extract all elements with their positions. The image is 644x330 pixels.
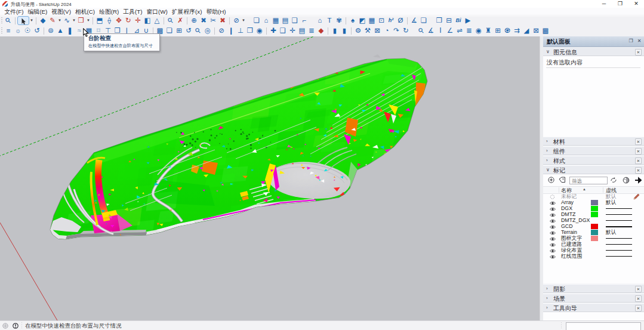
view-top-button[interactable]: ▦	[271, 16, 281, 26]
view-back-button[interactable]: ⌐	[300, 16, 309, 26]
tag-dash-style[interactable]	[606, 214, 632, 215]
menu-camera[interactable]: 相机(C)	[73, 8, 97, 16]
slope-tool[interactable]: ∠	[445, 26, 455, 36]
pan-tool[interactable]: ✖	[199, 16, 208, 26]
bim-tool[interactable]: Bi	[454, 16, 463, 26]
tag-row[interactable]: DMTZ_DGX	[543, 218, 644, 224]
eraser-tool[interactable]: ◆	[38, 16, 48, 26]
materials-close-icon[interactable]: ✕	[635, 138, 642, 145]
claim-credit-icon[interactable]	[13, 323, 19, 329]
equalizer-tool[interactable]: ≣	[307, 26, 316, 36]
tag-dash-style[interactable]	[606, 244, 632, 245]
gear-tool[interactable]: ⚙	[353, 26, 363, 36]
menu-edit[interactable]: 编辑(E)	[26, 8, 50, 16]
line-dropdown[interactable]: ▼	[57, 16, 62, 26]
model-viewport[interactable]	[0, 36, 540, 320]
previous-view-tool[interactable]: ✖	[218, 16, 227, 26]
protractor-tool[interactable]: △	[152, 16, 162, 26]
terrain-slope-tool[interactable]: ◢	[522, 26, 531, 36]
minimize-button[interactable]: ─	[597, 0, 611, 7]
entity-info-close-icon[interactable]: ✕	[635, 49, 642, 55]
select-boundary-tool[interactable]: ↺	[32, 26, 42, 36]
curve-h2-tool[interactable]: h²	[386, 16, 396, 26]
transfer-tool[interactable]: ❐	[245, 26, 255, 36]
measurement-input[interactable]	[566, 322, 641, 330]
rotate-tool[interactable]: ↻	[124, 16, 133, 26]
menu-help[interactable]: 帮助(H)	[204, 8, 228, 16]
instructor-close-icon[interactable]: ✕	[635, 305, 642, 312]
tag-color-swatch[interactable]	[591, 206, 598, 211]
instructor-section-header[interactable]: ›工具向导✕	[543, 303, 644, 312]
tag-dash-style[interactable]	[606, 208, 632, 209]
menu-draw[interactable]: 绘图(R)	[97, 8, 121, 16]
menu-view[interactable]: 视图(V)	[50, 8, 73, 16]
screen-tool[interactable]: ❏	[165, 26, 174, 36]
cloud-up-tool[interactable]: ↷	[392, 26, 401, 36]
trash-can-tool[interactable]: ♼	[503, 26, 512, 36]
tag-dash-style[interactable]	[606, 256, 632, 257]
geolocation-icon[interactable]	[2, 323, 8, 329]
styles-close-icon[interactable]: ✕	[635, 158, 642, 164]
tag-dash-style[interactable]	[606, 250, 632, 251]
components-close-icon[interactable]: ✕	[635, 148, 642, 155]
tag-dash-style[interactable]	[606, 220, 632, 221]
view-iso-button[interactable]: ⌂	[261, 16, 271, 26]
add-wall-tool[interactable]: ✚	[269, 26, 278, 36]
menu-extensions[interactable]: 扩展程序(x)	[170, 8, 204, 16]
fence-tool[interactable]: ❙	[226, 26, 236, 36]
tray-dock-button[interactable]: ❐	[627, 38, 634, 45]
tree-component-button[interactable]: ♠	[348, 16, 358, 26]
screen-arrow-tool[interactable]: ⊠	[531, 26, 541, 36]
offset-tool[interactable]: ◧	[143, 16, 152, 26]
trash-red-tool[interactable]: ◆	[316, 26, 326, 36]
view-front-button[interactable]: ▤	[281, 16, 290, 26]
tag-color-swatch[interactable]	[591, 236, 598, 241]
attach-tool[interactable]: ⊞	[174, 26, 184, 36]
entity-info-section-header[interactable]: ∨图元信息✕	[543, 47, 644, 56]
move-tool[interactable]: ✛	[133, 16, 143, 26]
select-tool[interactable]	[17, 16, 29, 25]
walk-tool[interactable]: ∡	[409, 16, 419, 26]
select-dropdown[interactable]: ▼	[29, 16, 34, 26]
scenes-section-header[interactable]: ›场景✕	[543, 294, 644, 303]
maximize-button[interactable]: ❐	[614, 0, 627, 7]
rectangle-dropdown[interactable]: ▼	[86, 16, 91, 26]
tag-visible-eye-icon[interactable]	[550, 254, 556, 260]
tag-row[interactable]: 未标记默认	[543, 194, 644, 200]
tag-dash-style[interactable]	[606, 238, 632, 239]
globe-tool[interactable]: ☉	[23, 26, 32, 36]
home-tool[interactable]: ⌂	[315, 16, 325, 26]
tags-close-icon[interactable]: ✕	[635, 167, 642, 174]
shadows-close-icon[interactable]: ✕	[635, 286, 642, 292]
color-by-tag-icon[interactable]	[623, 177, 630, 184]
fence-grid-tool[interactable]: ▦	[367, 16, 377, 26]
tower-tool[interactable]: ♜	[483, 26, 493, 36]
menu-window[interactable]: 窗口(W)	[144, 8, 170, 16]
tag-row[interactable]: Terrain默认	[543, 230, 644, 236]
figure-tool[interactable]: ⊥	[236, 26, 245, 36]
block-tool[interactable]: ❚	[65, 26, 75, 36]
refresh-tool[interactable]: ↻	[401, 26, 411, 36]
tag-row[interactable]: GCD	[543, 224, 644, 230]
followme-tool[interactable]: ⟠	[104, 16, 114, 26]
tag-color-swatch[interactable]	[591, 200, 598, 205]
menu-file[interactable]: 文件(F)	[2, 8, 26, 16]
photo-match-tool[interactable]: ⊠	[372, 26, 382, 36]
tag-color-swatch[interactable]	[591, 224, 598, 229]
lock-box-tool[interactable]: ◉	[255, 26, 264, 36]
sun-tool[interactable]: ☼	[13, 26, 23, 36]
text-tool[interactable]: T	[325, 16, 334, 26]
tag-row[interactable]: 图框文字	[543, 236, 644, 242]
note-edit-tool[interactable]: ❑	[278, 26, 288, 36]
tag-details-icon[interactable]	[634, 177, 642, 184]
pushpull-tool[interactable]: ⬒	[95, 16, 104, 26]
rectangle-tool[interactable]: ❒	[76, 16, 86, 26]
tag-row[interactable]: 红线范围	[543, 254, 644, 260]
zoom-extents-tool[interactable]: ✂	[208, 16, 218, 26]
mountain-photo-tool[interactable]: ▲	[56, 26, 65, 36]
camera-dropdown[interactable]: ▼	[241, 16, 246, 26]
link-tool[interactable]: ⊘	[217, 26, 226, 36]
tags-section-header[interactable]: ∨标记✕	[543, 165, 644, 174]
components-section-header[interactable]: ›组件✕	[543, 146, 644, 155]
gear-run-tool[interactable]: ⚒	[363, 26, 372, 36]
